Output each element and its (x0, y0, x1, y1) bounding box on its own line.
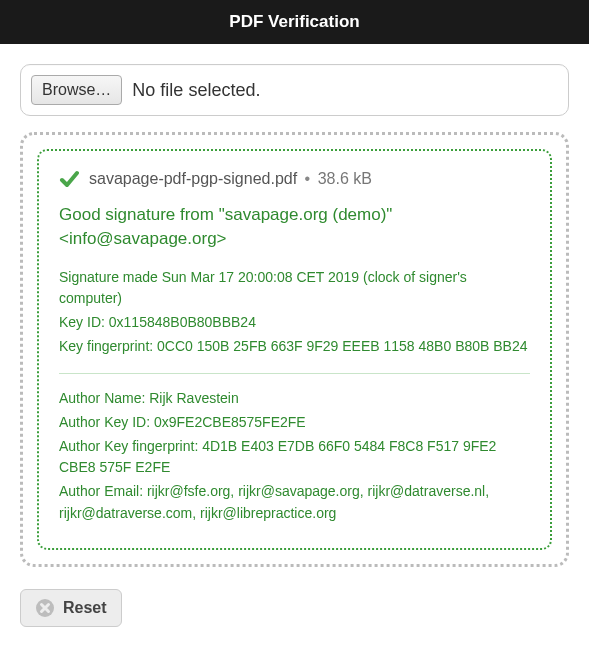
signature-meta-block: Signature made Sun Mar 17 20:00:08 CET 2… (59, 267, 530, 358)
reset-row: Reset (20, 589, 569, 627)
browse-button-label: Browse… (42, 81, 111, 98)
file-name: savapage-pdf-pgp-signed.pdf (89, 170, 297, 187)
author-key-fingerprint: Author Key fingerprint: 4D1B E403 E7DB 6… (59, 436, 530, 479)
page-title: PDF Verification (229, 12, 359, 31)
file-picker-status: No file selected. (132, 80, 260, 101)
signature-made: Signature made Sun Mar 17 20:00:08 CET 2… (59, 267, 530, 310)
author-name: Author Name: Rijk Ravestein (59, 388, 530, 410)
result-inner-panel: savapage-pdf-pgp-signed.pdf • 38.6 kB Go… (37, 149, 552, 550)
file-info-line: savapage-pdf-pgp-signed.pdf • 38.6 kB (59, 169, 530, 189)
key-fingerprint: Key fingerprint: 0CC0 150B 25FB 663F 9F2… (59, 336, 530, 358)
separator-dot: • (305, 170, 311, 187)
divider (59, 373, 530, 374)
key-id: Key ID: 0x115848B0B80BBB24 (59, 312, 530, 334)
file-info-text: savapage-pdf-pgp-signed.pdf • 38.6 kB (89, 170, 372, 188)
content-area: Browse… No file selected. savapage-pdf-p… (0, 44, 589, 647)
file-size: 38.6 kB (318, 170, 372, 187)
close-circle-icon (35, 598, 55, 618)
title-bar: PDF Verification (0, 0, 589, 44)
author-email: Author Email: rijkr@fsfe.org, rijkr@sava… (59, 481, 530, 524)
file-picker-row: Browse… No file selected. (20, 64, 569, 116)
checkmark-icon (59, 169, 79, 189)
good-signature-message: Good signature from "savapage.org (demo)… (59, 203, 530, 251)
browse-button[interactable]: Browse… (31, 75, 122, 105)
author-meta-block: Author Name: Rijk Ravestein Author Key I… (59, 388, 530, 524)
author-key-id: Author Key ID: 0x9FE2CBE8575FE2FE (59, 412, 530, 434)
result-outer-panel: savapage-pdf-pgp-signed.pdf • 38.6 kB Go… (20, 132, 569, 567)
reset-button[interactable]: Reset (20, 589, 122, 627)
reset-button-label: Reset (63, 599, 107, 617)
